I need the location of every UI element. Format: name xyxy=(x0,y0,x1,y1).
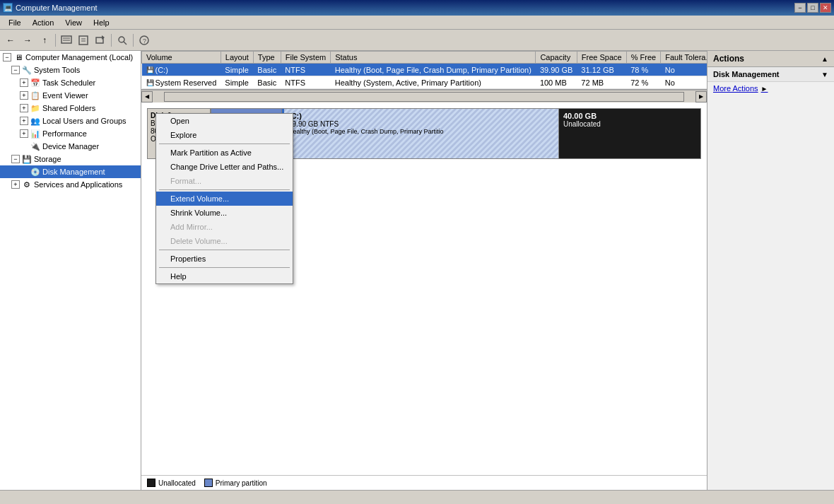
tree-item-performance[interactable]: + 📊 Performance xyxy=(0,127,141,140)
cell-type-2: Basic xyxy=(253,76,281,89)
ctx-delete-volume[interactable]: Delete Volume... xyxy=(156,234,293,248)
expand-icon-system-tools[interactable]: − xyxy=(11,66,20,74)
cell-pct-1: 78 % xyxy=(626,64,660,76)
system-tools-icon: 🔧 xyxy=(21,64,33,76)
col-header-filesystem[interactable]: File System xyxy=(281,52,330,64)
help-toolbar-button[interactable]: ? xyxy=(136,33,152,48)
ctx-properties[interactable]: Properties xyxy=(156,252,293,266)
partition-c-drive[interactable]: (C:) 39.90 GB NTFS Healthy (Boot, Page F… xyxy=(282,109,559,158)
hscroll-right-button[interactable]: ▶ xyxy=(695,91,707,102)
ctx-open[interactable]: Open xyxy=(156,114,293,128)
menu-view[interactable]: View xyxy=(59,17,88,28)
expand-icon-shared-folders[interactable]: + xyxy=(20,104,28,112)
tree-panel: − 🖥 Computer Management (Local) − 🔧 Syst… xyxy=(0,51,141,490)
storage-icon: 💾 xyxy=(21,153,33,165)
tree-item-local-users[interactable]: + 👥 Local Users and Groups xyxy=(0,115,141,127)
expand-icon-storage[interactable]: − xyxy=(11,155,20,163)
ctx-explore[interactable]: Explore xyxy=(156,128,293,142)
title-bar: 💻 Computer Management − □ ✕ xyxy=(0,0,834,16)
tree-label-storage: Storage xyxy=(34,155,61,163)
tree-label-shared-folders: Shared Folders xyxy=(42,104,95,112)
legend-label-primary: Primary partition xyxy=(216,479,267,487)
tree-label-event-viewer: Event Viewer xyxy=(42,91,88,100)
cell-capacity-1: 39.90 GB xyxy=(536,64,577,76)
computer-icon: 🖥 xyxy=(13,52,24,63)
col-header-pctfree[interactable]: % Free xyxy=(626,52,660,64)
expand-icon-computer-management[interactable]: − xyxy=(3,53,11,61)
show-hide-console-button[interactable] xyxy=(59,33,74,48)
forward-button[interactable]: → xyxy=(20,33,35,48)
tree-item-system-tools[interactable]: − 🔧 System Tools xyxy=(0,64,141,76)
cell-fault-2: No xyxy=(661,76,707,89)
toolbar-separator-1 xyxy=(55,34,56,47)
partition-name-unalloc: 40.00 GB xyxy=(563,112,696,120)
partition-name-c: (C:) xyxy=(288,112,554,120)
hscroll-track[interactable] xyxy=(164,92,684,102)
tree-item-shared-folders[interactable]: + 📁 Shared Folders xyxy=(0,102,141,115)
up-button[interactable]: ↑ xyxy=(37,33,52,48)
ctx-help[interactable]: Help xyxy=(156,269,293,283)
tree-item-device-manager[interactable]: 🔌 Device Manager xyxy=(0,140,141,153)
col-header-type[interactable]: Type xyxy=(253,52,281,64)
hscrollbar[interactable]: ◀ ▶ xyxy=(141,90,707,102)
expand-icon-event-viewer[interactable]: + xyxy=(20,91,28,100)
cell-layout-1: Simple xyxy=(221,64,253,76)
svg-text:?: ? xyxy=(143,37,146,45)
window-controls: − □ ✕ xyxy=(794,3,831,13)
tree-item-services[interactable]: + ⚙ Services and Applications xyxy=(0,178,141,191)
actions-collapse-icon[interactable]: ▲ xyxy=(821,55,828,63)
table-row[interactable]: 💾 System Reserved Simple Basic NTFS Heal… xyxy=(142,76,707,89)
cell-layout-2: Simple xyxy=(221,76,253,89)
col-header-status[interactable]: Status xyxy=(331,52,536,64)
tree-item-computer-management[interactable]: − 🖥 Computer Management (Local) xyxy=(0,51,141,64)
properties-toolbar-button[interactable] xyxy=(76,33,91,48)
ctx-extend-volume[interactable]: Extend Volume... xyxy=(156,192,293,206)
search-button[interactable] xyxy=(114,33,130,48)
col-header-volume[interactable]: Volume xyxy=(142,52,221,64)
tree-item-event-viewer[interactable]: + 📋 Event Viewer xyxy=(0,89,141,102)
cell-fs-2: NTFS xyxy=(281,76,330,89)
actions-arrow-icon: ► xyxy=(761,85,768,93)
ctx-mark-active[interactable]: Mark Partition as Active xyxy=(156,146,293,160)
maximize-button[interactable]: □ xyxy=(807,3,818,13)
expand-icon-services[interactable]: + xyxy=(11,180,20,189)
hscroll-left-button[interactable]: ◀ xyxy=(141,91,153,102)
tree-item-disk-management[interactable]: 💿 Disk Management xyxy=(0,165,141,178)
menu-file[interactable]: File xyxy=(3,17,27,28)
ctx-shrink-volume[interactable]: Shrink Volume... xyxy=(156,206,293,220)
partition-unallocated[interactable]: 40.00 GB Unallocated xyxy=(559,109,700,158)
ctx-format[interactable]: Format... xyxy=(156,174,293,188)
minimize-button[interactable]: − xyxy=(794,3,806,13)
main-area: − 🖥 Computer Management (Local) − 🔧 Syst… xyxy=(0,51,834,490)
col-header-capacity[interactable]: Capacity xyxy=(536,52,577,64)
cell-free-1: 31.12 GB xyxy=(577,64,626,76)
event-viewer-icon: 📋 xyxy=(30,90,41,101)
table-row[interactable]: 💾 (C:) Simple Basic NTFS Healthy (Boot, … xyxy=(142,64,707,76)
expand-icon-task-scheduler[interactable]: + xyxy=(20,78,28,87)
menu-action[interactable]: Action xyxy=(27,17,60,28)
performance-icon: 📊 xyxy=(30,128,41,139)
toolbar-separator-2 xyxy=(111,34,112,47)
actions-sub-collapse-icon[interactable]: ▼ xyxy=(821,71,828,78)
menu-bar: File Action View Help xyxy=(0,16,834,30)
col-header-freespace[interactable]: Free Space xyxy=(577,52,626,64)
tree-item-storage[interactable]: − 💾 Storage xyxy=(0,153,141,165)
expand-icon-local-users[interactable]: + xyxy=(20,117,28,125)
actions-more-actions[interactable]: More Actions ► xyxy=(707,82,834,95)
actions-panel: Actions ▲ Disk Management ▼ More Actions… xyxy=(707,51,834,490)
ctx-add-mirror[interactable]: Add Mirror... xyxy=(156,220,293,234)
export-button[interactable] xyxy=(93,33,108,48)
col-header-layout[interactable]: Layout xyxy=(221,52,253,64)
col-header-fault[interactable]: Fault Tolera... xyxy=(661,52,707,64)
svg-rect-0 xyxy=(61,36,71,43)
menu-help[interactable]: Help xyxy=(88,17,115,28)
ctx-sep-3 xyxy=(159,250,290,250)
ctx-change-drive-letter[interactable]: Change Drive Letter and Paths... xyxy=(156,160,293,174)
tree-item-task-scheduler[interactable]: + 📅 Task Scheduler xyxy=(0,76,141,89)
expand-icon-performance[interactable]: + xyxy=(20,129,28,138)
close-button[interactable]: ✕ xyxy=(820,3,831,13)
device-manager-icon: 🔌 xyxy=(30,141,41,152)
back-button[interactable]: ← xyxy=(3,33,18,48)
toolbar-separator-3 xyxy=(133,34,134,47)
volume-table: Volume Layout Type File System Status Ca… xyxy=(141,51,707,89)
